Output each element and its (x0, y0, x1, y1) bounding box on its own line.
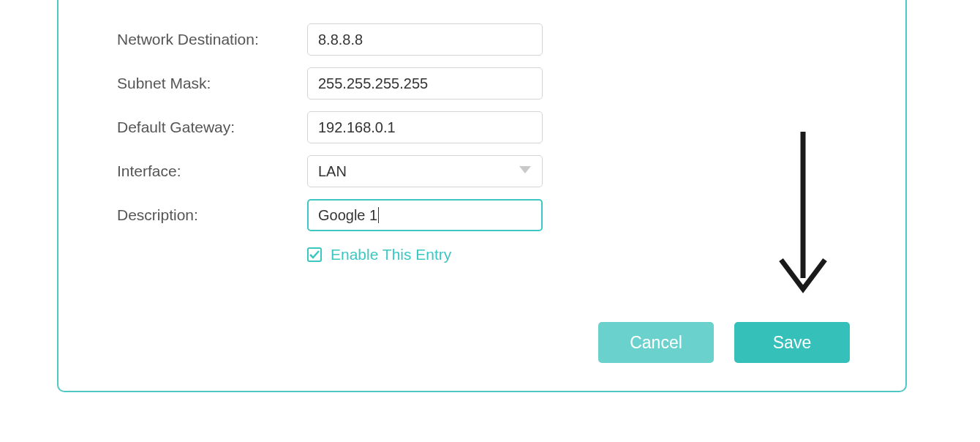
label-subnet-mask: Subnet Mask: (117, 75, 307, 92)
row-network-destination: Network Destination: (117, 23, 905, 56)
label-default-gateway: Default Gateway: (117, 119, 307, 136)
label-enable-entry[interactable]: Enable This Entry (331, 246, 451, 263)
input-network-destination[interactable] (307, 23, 543, 56)
label-interface: Interface: (117, 162, 307, 180)
cancel-button[interactable]: Cancel (598, 322, 714, 363)
text-cursor (378, 207, 379, 223)
input-default-gateway[interactable] (307, 111, 543, 143)
row-default-gateway: Default Gateway: (117, 111, 905, 143)
row-subnet-mask: Subnet Mask: (117, 67, 905, 100)
label-network-destination: Network Destination: (117, 31, 307, 48)
input-description[interactable]: Google 1 (307, 199, 543, 231)
row-enable-entry: Enable This Entry (307, 246, 905, 263)
check-icon (309, 250, 320, 259)
select-interface[interactable]: LAN (307, 155, 543, 187)
form-panel: Network Destination: Subnet Mask: Defaul… (57, 0, 907, 392)
row-interface: Interface: LAN (117, 155, 905, 187)
form-area: Network Destination: Subnet Mask: Defaul… (59, 0, 905, 263)
label-description: Description: (117, 206, 307, 224)
input-description-value: Google 1 (318, 207, 377, 224)
save-button[interactable]: Save (734, 322, 850, 363)
row-description: Description: Google 1 (117, 199, 905, 231)
input-subnet-mask[interactable] (307, 67, 543, 100)
select-interface-value: LAN (318, 163, 347, 180)
button-row: Cancel Save (598, 322, 850, 363)
checkbox-enable-entry[interactable] (307, 247, 322, 262)
